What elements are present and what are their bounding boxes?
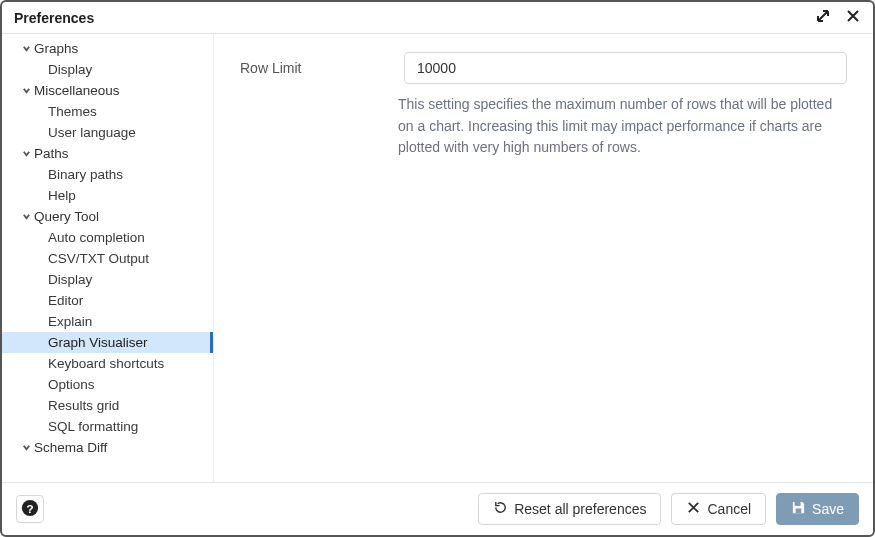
svg-rect-3 <box>796 508 802 513</box>
close-icon <box>686 500 701 518</box>
tree-item-auto-completion[interactable]: Auto completion <box>2 227 213 248</box>
tree-item-explain[interactable]: Explain <box>2 311 213 332</box>
content-pane: Row Limit This setting specifies the max… <box>214 34 873 482</box>
tree-item-csv-txt-output[interactable]: CSV/TXT Output <box>2 248 213 269</box>
help-icon: ? <box>21 499 39 520</box>
tree-item-user-language[interactable]: User language <box>2 122 213 143</box>
tree-group-label: Schema Diff <box>34 440 107 455</box>
save-button[interactable]: Save <box>776 493 859 525</box>
tree-item-keyboard-shortcuts[interactable]: Keyboard shortcuts <box>2 353 213 374</box>
tree-item-help[interactable]: Help <box>2 185 213 206</box>
preferences-tree: Graphs Display Miscellaneous Themes User… <box>2 34 213 462</box>
row-limit-help: This setting specifies the maximum numbe… <box>398 94 847 159</box>
row-limit-label: Row Limit <box>240 60 396 76</box>
tree-item-editor[interactable]: Editor <box>2 290 213 311</box>
save-button-label: Save <box>812 501 844 517</box>
reset-button-label: Reset all preferences <box>514 501 646 517</box>
row-limit-input[interactable] <box>404 52 847 84</box>
tree-group-query-tool[interactable]: Query Tool <box>2 206 213 227</box>
tree-item-options[interactable]: Options <box>2 374 213 395</box>
reset-icon <box>493 500 508 518</box>
cancel-button[interactable]: Cancel <box>671 493 766 525</box>
window-title: Preferences <box>14 10 94 26</box>
tree-group-label: Graphs <box>34 41 78 56</box>
tree-group-schema-diff[interactable]: Schema Diff <box>2 437 213 458</box>
cancel-button-label: Cancel <box>707 501 751 517</box>
chevron-down-icon <box>20 86 32 95</box>
titlebar: Preferences <box>2 2 873 34</box>
chevron-down-icon <box>20 149 32 158</box>
tree-group-paths[interactable]: Paths <box>2 143 213 164</box>
footer: ? Reset all preferences Cancel Save <box>2 482 873 535</box>
tree-item-graphs-display[interactable]: Display <box>2 59 213 80</box>
tree-item-binary-paths[interactable]: Binary paths <box>2 164 213 185</box>
tree-item-qt-display[interactable]: Display <box>2 269 213 290</box>
tree-item-graph-visualiser[interactable]: Graph Visualiser <box>2 332 213 353</box>
tree-item-sql-formatting[interactable]: SQL formatting <box>2 416 213 437</box>
tree-group-label: Paths <box>34 146 69 161</box>
sidebar[interactable]: Graphs Display Miscellaneous Themes User… <box>2 34 214 482</box>
main: Graphs Display Miscellaneous Themes User… <box>2 34 873 482</box>
svg-rect-2 <box>795 502 801 506</box>
reset-button[interactable]: Reset all preferences <box>478 493 661 525</box>
save-icon <box>791 500 806 518</box>
maximize-icon[interactable] <box>815 8 831 27</box>
tree-group-label: Miscellaneous <box>34 83 120 98</box>
help-button[interactable]: ? <box>16 495 44 523</box>
tree-group-miscellaneous[interactable]: Miscellaneous <box>2 80 213 101</box>
tree-group-graphs[interactable]: Graphs <box>2 38 213 59</box>
tree-item-themes[interactable]: Themes <box>2 101 213 122</box>
row-limit-row: Row Limit <box>240 52 847 84</box>
tree-group-label: Query Tool <box>34 209 99 224</box>
svg-text:?: ? <box>26 501 33 514</box>
titlebar-actions <box>815 8 861 27</box>
chevron-down-icon <box>20 44 32 53</box>
chevron-down-icon <box>20 212 32 221</box>
chevron-down-icon <box>20 443 32 452</box>
close-icon[interactable] <box>845 8 861 27</box>
tree-item-results-grid[interactable]: Results grid <box>2 395 213 416</box>
